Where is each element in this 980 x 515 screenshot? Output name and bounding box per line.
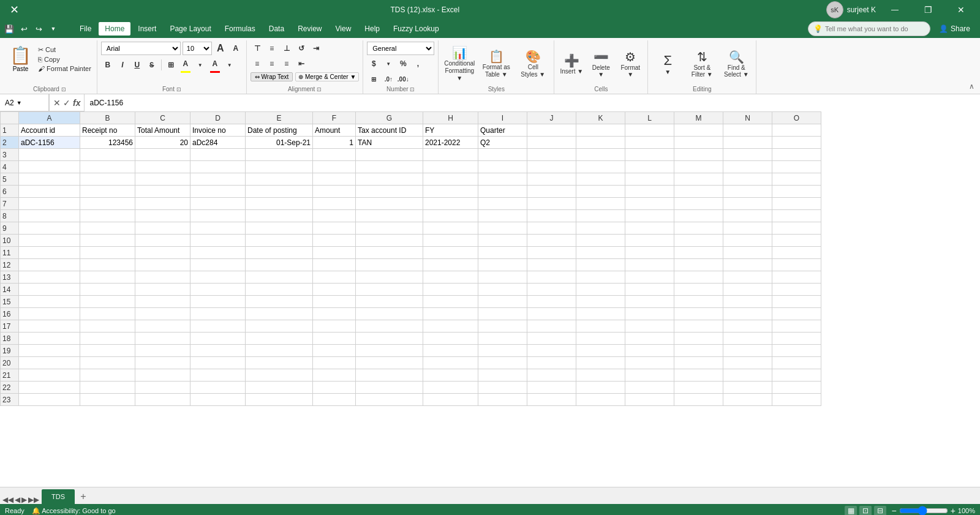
bold-button[interactable]: B (101, 58, 115, 72)
add-sheet-button[interactable]: + (76, 489, 91, 504)
cell[interactable] (135, 394, 190, 406)
cell[interactable] (772, 320, 821, 333)
cell[interactable] (723, 149, 772, 161)
row-header[interactable]: 5 (1, 173, 19, 186)
copy-button[interactable]: ⎘ Copy (36, 55, 93, 64)
col-header-f[interactable]: F (313, 112, 356, 124)
cell[interactable] (135, 259, 190, 271)
row-header[interactable]: 22 (1, 382, 19, 394)
font-color-button[interactable]: A (208, 57, 222, 70)
cell[interactable] (246, 394, 313, 406)
cell[interactable] (723, 357, 772, 369)
cell[interactable] (478, 235, 527, 247)
cell[interactable] (135, 247, 190, 259)
cell-o1[interactable] (772, 124, 821, 137)
cell[interactable] (19, 186, 80, 198)
cell[interactable] (356, 284, 423, 296)
cell[interactable] (190, 369, 246, 382)
cell[interactable] (723, 394, 772, 406)
cell[interactable] (625, 271, 674, 284)
cell[interactable] (423, 320, 478, 333)
cell[interactable] (723, 382, 772, 394)
cell[interactable] (80, 210, 135, 222)
cell[interactable] (723, 247, 772, 259)
zoom-out-btn[interactable]: − (891, 506, 896, 515)
cell[interactable] (625, 222, 674, 235)
cell[interactable] (625, 320, 674, 333)
cell[interactable] (576, 161, 625, 173)
find-select-button[interactable]: 🔍 Find &Select ▼ (720, 43, 752, 85)
page-break-view-btn[interactable]: ⊟ (874, 506, 886, 515)
clipboard-expand-icon[interactable]: ⊡ (61, 86, 66, 92)
cell-i2[interactable]: Q2 (478, 137, 527, 149)
cell[interactable] (478, 161, 527, 173)
row-header[interactable]: 1 (1, 124, 19, 137)
cell[interactable] (19, 369, 80, 382)
accounting-btn[interactable]: ⊞ (367, 72, 380, 86)
cell[interactable] (674, 161, 723, 173)
cell[interactable] (190, 320, 246, 333)
cell[interactable] (246, 333, 313, 345)
cell-l2[interactable] (625, 137, 674, 149)
cell[interactable] (423, 357, 478, 369)
cell[interactable] (246, 284, 313, 296)
alignment-expand-icon[interactable]: ⊡ (317, 86, 322, 92)
cell[interactable] (313, 259, 356, 271)
format-cells-button[interactable]: ⚙ Format ▼ (617, 43, 644, 85)
cell[interactable] (190, 186, 246, 198)
cell[interactable] (625, 394, 674, 406)
cut-button[interactable]: ✂ Cut (36, 45, 93, 55)
cell[interactable] (135, 161, 190, 173)
cell[interactable] (19, 161, 80, 173)
cell[interactable] (674, 186, 723, 198)
cell[interactable] (423, 186, 478, 198)
cell[interactable] (625, 382, 674, 394)
cell[interactable] (478, 210, 527, 222)
cell[interactable] (478, 345, 527, 357)
cell[interactable] (527, 284, 576, 296)
number-format-select[interactable]: General Number Currency Percentage Date (367, 42, 434, 55)
cell[interactable] (135, 222, 190, 235)
cell[interactable] (246, 210, 313, 222)
cell[interactable] (625, 198, 674, 210)
underline-button[interactable]: U (130, 58, 144, 72)
menu-item-help[interactable]: Help (358, 22, 386, 36)
cell[interactable] (356, 369, 423, 382)
cell[interactable] (772, 308, 821, 320)
cell[interactable] (135, 149, 190, 161)
cell-k1[interactable] (576, 124, 625, 137)
col-header-l[interactable]: L (625, 112, 674, 124)
cell[interactable] (356, 161, 423, 173)
cell[interactable] (527, 149, 576, 161)
cell[interactable] (313, 222, 356, 235)
formula-fx-btn[interactable]: fx (73, 98, 80, 108)
cell[interactable] (313, 198, 356, 210)
cell[interactable] (723, 210, 772, 222)
cell[interactable] (674, 320, 723, 333)
cell[interactable] (246, 357, 313, 369)
row-header[interactable]: 23 (1, 394, 19, 406)
cell[interactable] (772, 149, 821, 161)
cell[interactable] (356, 198, 423, 210)
row-header[interactable]: 10 (1, 235, 19, 247)
cell[interactable] (772, 345, 821, 357)
cell[interactable] (723, 259, 772, 271)
cell[interactable] (423, 222, 478, 235)
currency-btn[interactable]: $ (367, 57, 380, 70)
cell[interactable] (478, 149, 527, 161)
cell[interactable] (527, 186, 576, 198)
menu-item-page-layout[interactable]: Page Layout (164, 22, 217, 36)
row-header[interactable]: 13 (1, 271, 19, 284)
cell[interactable] (674, 235, 723, 247)
cell[interactable] (625, 345, 674, 357)
formula-confirm-btn[interactable]: ✓ (63, 98, 70, 108)
row-header[interactable]: 11 (1, 247, 19, 259)
ribbon-collapse-btn[interactable]: ∧ (965, 80, 978, 92)
align-left-button[interactable]: ≡ (251, 57, 264, 70)
col-header-d[interactable]: D (190, 112, 246, 124)
cell[interactable] (478, 369, 527, 382)
menu-item-data[interactable]: Data (263, 22, 290, 36)
comma-btn[interactable]: , (411, 57, 424, 70)
cell[interactable] (527, 198, 576, 210)
menu-item-insert[interactable]: Insert (132, 22, 162, 36)
